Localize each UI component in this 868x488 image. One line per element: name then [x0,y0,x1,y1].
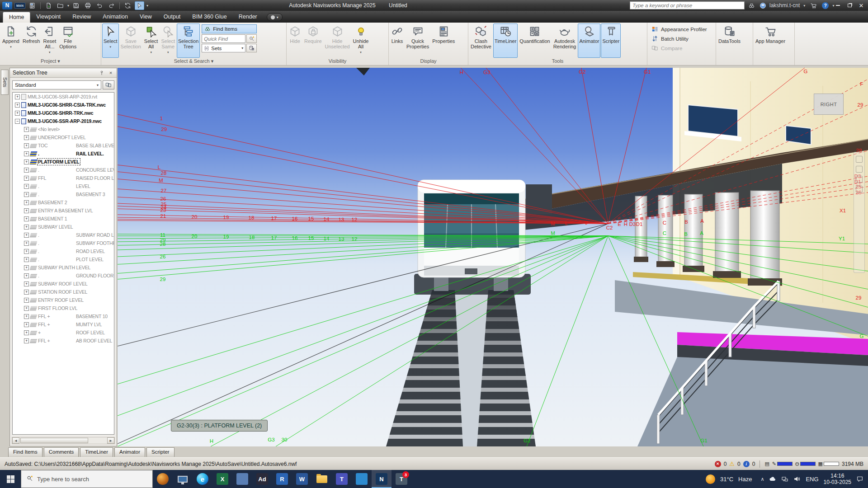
app-tile-icon[interactable] [352,470,372,488]
app-store-cart-icon[interactable] [809,1,818,10]
tab-review[interactable]: Review [66,12,97,23]
datatools-button[interactable]: DataTools [717,23,742,58]
expand-toggle-icon[interactable]: − [15,119,20,124]
adobe-icon[interactable]: Ad [252,470,272,488]
unhide-all-button[interactable]: Unhide All▾ [352,23,370,58]
expand-toggle-icon[interactable]: + [15,103,20,108]
start-button[interactable] [0,470,21,488]
minimize-button[interactable] [832,1,844,10]
network-icon[interactable] [781,475,788,483]
expand-toggle-icon[interactable]: + [24,282,29,286]
tree-item-mml3-ugc06-shrr-csia-trk-nwc[interactable]: +MML3-UGC06-SHRR-CSIA-TRK.nwc [13,101,114,109]
tree-item-platform-level[interactable]: +PLATFORM LEVEL [13,158,114,166]
excel-icon[interactable]: X [212,470,232,488]
dock-panel-icon[interactable] [28,1,37,10]
clash-detective-button[interactable]: Clash Detective [469,23,493,58]
onedrive-icon[interactable] [769,475,776,483]
restore-button[interactable] [844,1,855,10]
manage-sets-button[interactable] [246,44,257,52]
reset-all-button[interactable]: Reset All...▾ [42,23,57,58]
expand-toggle-icon[interactable]: + [15,94,20,99]
tab-home[interactable]: Home [3,12,30,23]
tab-animation[interactable]: Animation [97,12,134,23]
tree-item-subway-level[interactable]: +SUBWAY LEVEL [13,223,114,231]
expand-toggle-icon[interactable]: + [24,322,29,327]
navisworks-icon[interactable]: N [372,470,392,488]
desktop-app-icon[interactable] [173,470,193,488]
scroll-left-arrow[interactable]: ◄ [12,437,19,444]
expand-toggle-icon[interactable]: + [24,338,29,343]
tree-item-rail-level[interactable]: +.RAIL LEVEL. [13,150,114,158]
action-center-icon[interactable] [856,475,863,483]
select-tool-button[interactable] [135,1,144,10]
expand-toggle-icon[interactable]: + [24,216,29,221]
dock-tab-scripter[interactable]: Scripter [146,447,175,457]
tree-item-subway-road-level[interactable]: +.SUBWAY ROAD LEVEL [13,231,114,239]
tree-item-mml3-ugc06-shrr-trk-nwc[interactable]: +MML3-UGC06-SHRR-TRK.nwc [13,109,114,117]
teams-icon[interactable]: T [332,470,352,488]
expand-toggle-icon[interactable]: + [24,176,29,181]
expand-toggle-icon[interactable]: + [24,330,29,335]
close-button[interactable]: ✕ [855,1,867,10]
expand-toggle-icon[interactable]: + [24,257,29,262]
r-app-icon[interactable]: R [272,470,292,488]
open-file-button[interactable] [56,1,65,10]
tree-item-subway-roof-level[interactable]: +SUBWAY ROOF LEVEL [13,280,114,288]
tree-item-subway-plinth-level[interactable]: +SUBWAY PLINTH LEVEL [13,263,114,272]
refresh-button[interactable] [123,1,132,10]
help-icon[interactable]: ? [822,2,829,9]
expand-toggle-icon[interactable]: + [24,233,29,238]
tree-item-station-roof-level[interactable]: +STATION ROOF LEVEL [13,288,114,296]
pin-icon[interactable] [99,70,105,76]
taskbar-search[interactable]: Type here to search [21,470,153,488]
viewcube[interactable]: RIGHT [814,94,844,115]
t-app-icon[interactable]: T3 [392,470,411,488]
appearance-profiler-button[interactable]: Appearance Profiler [648,24,715,34]
expand-toggle-icon[interactable]: + [24,273,29,278]
weather-temp[interactable]: 31°C [720,476,733,483]
animator-button[interactable]: Animator [578,23,600,58]
app-blue-icon[interactable] [232,470,252,488]
expand-toggle-icon[interactable]: + [24,127,29,132]
expand-toggle-icon[interactable]: + [24,298,29,303]
tab-output[interactable]: Output [158,12,187,23]
select-button[interactable]: Select▾ [102,23,119,58]
tree-item-mml3-ugc06-ssr-arp-2019-rvt[interactable]: +MML3-UGC06-SSR-ARP-2019.rvt [13,93,114,101]
tab-render[interactable]: Render [233,12,263,23]
dock-tab-find-items[interactable]: Find Items [8,447,42,457]
tree-item-plot-level[interactable]: +.PLOT LEVEL [13,255,114,263]
ribbon-group-label[interactable]: Project ▾ [0,58,101,65]
tree-item-ffl-ab-roof-level[interactable]: +FFL +AB ROOF LEVEL [13,337,114,345]
ribbon-group-label[interactable]: Tools [468,58,647,65]
timeliner-button[interactable]: TimeLiner [493,23,518,58]
expand-toggle-icon[interactable]: + [24,225,29,230]
tree-item-undercroft-level[interactable]: +UNDERCROFT LEVEL [13,133,114,141]
expand-toggle-icon[interactable]: + [24,200,29,205]
file-options-button[interactable]: File Options [58,23,78,58]
volume-icon[interactable] [793,475,801,483]
weather-condition[interactable]: Haze [738,476,752,483]
expand-toggle-icon[interactable]: + [24,290,29,295]
tree-item-ffl-raised-floor-level[interactable]: +FFLRAISED FLOOR LEVEL [13,174,114,182]
tab-view[interactable]: View [134,12,158,23]
scroll-thumb[interactable] [20,438,88,443]
dock-tab-animator[interactable]: Animator [114,447,145,457]
expand-toggle-icon[interactable]: + [24,192,29,197]
select-all-button[interactable]: Select All▾ [143,23,160,58]
quick-find-input[interactable] [202,34,245,43]
expand-toggle-icon[interactable]: + [24,143,29,148]
keyword-search-input[interactable] [632,3,742,8]
expand-toggle-icon[interactable]: + [24,249,29,254]
firefox-icon[interactable] [153,470,173,488]
properties-button[interactable]: Properties [431,23,456,58]
sets-dropdown[interactable]: Sets▾ [202,44,245,52]
tree-item-basement-3[interactable]: +.BASEMENT 3 [13,190,114,198]
tree-item-subway-foothpath-level[interactable]: +.SUBWAY FOOTHPATH LEVEL [13,239,114,247]
sets-panel-tab[interactable]: Sets [1,70,9,95]
print-button[interactable] [83,1,93,10]
scripter-button[interactable]: Scripter [601,23,621,58]
tree-item-road-level[interactable]: +.ROAD LEVEL [13,247,114,255]
open-dropdown-icon[interactable]: ▾ [67,4,69,8]
search-binoculars-icon[interactable] [747,1,756,10]
expand-toggle-icon[interactable]: + [24,135,29,140]
